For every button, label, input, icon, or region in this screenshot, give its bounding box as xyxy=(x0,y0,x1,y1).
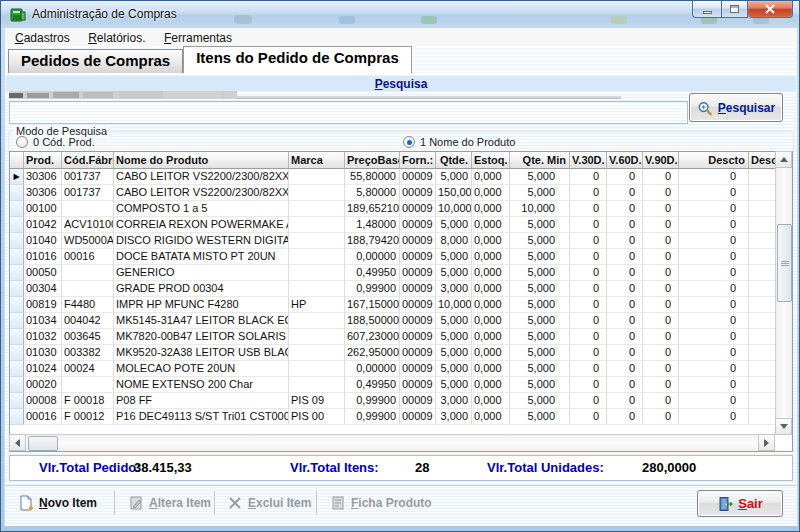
radio-unchecked-icon xyxy=(16,136,28,148)
column-header-estoq[interactable]: Estoq. xyxy=(472,152,510,169)
window-title: Administração de Compras xyxy=(32,7,177,21)
current-row-arrow-icon: ▶ xyxy=(10,169,24,185)
cell-v30: 0 xyxy=(570,377,607,393)
table-row[interactable]: 00304GRADE PROD 003040,99900000093,0000,… xyxy=(10,281,775,297)
table-row[interactable]: 01040WD5000AAKXDISCO RIGIDO WESTERN DIGI… xyxy=(10,233,775,249)
menu-item-relatorios[interactable]: Relatórios. xyxy=(81,29,152,45)
total-pedido-value: 38.415,33 xyxy=(134,460,192,475)
column-header-v90[interactable]: V.90D. xyxy=(643,152,679,169)
scroll-down-button[interactable] xyxy=(775,418,792,435)
cell-qtde: 3,000 xyxy=(436,393,472,409)
vertical-scrollbar[interactable] xyxy=(775,152,792,434)
scroll-left-button[interactable] xyxy=(9,434,26,451)
table-row[interactable]: 0102400024MOLECAO POTE 20UN0,00000000095… xyxy=(10,361,775,377)
vertical-scroll-thumb[interactable] xyxy=(777,224,792,302)
column-header-descfi[interactable]: Desc.Fi xyxy=(749,152,775,169)
cell-descto: 0 xyxy=(679,201,749,217)
altera-item-button[interactable]: Altera Item xyxy=(122,490,217,516)
table-row[interactable]: 01034004042MK5145-31A47 LEITOR BLACK ECL… xyxy=(10,313,775,329)
cell-prod: 00304 xyxy=(24,281,62,297)
cell-v60: 0 xyxy=(607,249,643,265)
scroll-up-button[interactable] xyxy=(775,151,792,168)
table-row[interactable]: 30306001737CABO LEITOR VS2200/2300/82XX5… xyxy=(10,185,775,201)
column-header-descto[interactable]: Descto xyxy=(679,152,749,169)
column-header-qtemin[interactable]: Qte. Min xyxy=(510,152,570,169)
column-header-fabrica[interactable]: Cód.Fábrica xyxy=(62,152,114,169)
column-header-preco[interactable]: PreçoBase xyxy=(345,152,400,169)
cell-estoq: 0,000 xyxy=(472,265,510,281)
cell-forn: 00009 xyxy=(400,345,436,361)
cell-preco: 262,95000 xyxy=(345,345,400,361)
cell-preco: 1,48000 xyxy=(345,217,400,233)
cell-descfi xyxy=(749,361,775,377)
search-button[interactable]: Pesquisar xyxy=(689,93,783,122)
close-button[interactable] xyxy=(748,1,793,18)
minimize-button[interactable] xyxy=(692,1,721,18)
tab-pedidos-de-compras[interactable]: Pedidos de Compras xyxy=(8,49,183,73)
column-header-nome[interactable]: Nome do Produto xyxy=(114,152,289,169)
cell-forn: 00009 xyxy=(400,329,436,345)
cell-marca xyxy=(289,217,345,233)
tab-itens-do-pedido-de-compras[interactable]: Itens do Pedido de Compras xyxy=(183,46,412,73)
cell-preco: 55,80000 xyxy=(345,169,400,185)
column-header-qtde[interactable]: Qtde. xyxy=(436,152,472,169)
horizontal-scroll-thumb[interactable] xyxy=(28,436,58,451)
cell-estoq: 0,000 xyxy=(472,185,510,201)
new-document-icon xyxy=(18,495,34,511)
table-row[interactable]: 00819F4480IMPR HP MFUNC F4280HP167,15000… xyxy=(10,297,775,313)
titlebar[interactable]: Administração de Compras xyxy=(1,1,799,28)
page-body: Pesquisa Pesquisar Modo de Pesquisa xyxy=(5,73,797,526)
radio-nome-produto[interactable]: 1 Nome do Produto xyxy=(403,136,515,148)
table-row[interactable]: 01032003645MK7820-00B47 LEITOR SOLARIS T… xyxy=(10,329,775,345)
table-row[interactable]: ▶30306001737CABO LEITOR VS2200/2300/82XX… xyxy=(10,169,775,185)
table-row[interactable]: 00100COMPOSTO 1 a 5189,652100000910,0000… xyxy=(10,201,775,217)
document-icon xyxy=(330,495,346,511)
total-itens-value: 28 xyxy=(415,460,429,475)
novo-item-button[interactable]: Novo Item xyxy=(12,490,103,516)
column-header-v30[interactable]: V.30D. xyxy=(570,152,607,169)
cell-nome: P16 DEC49113 S/ST Tri01 CST000 xyxy=(114,409,289,425)
table-row[interactable]: 00020NOME EXTENSO 200 Char0,49950000095,… xyxy=(10,377,775,393)
cell-descto: 0 xyxy=(679,233,749,249)
sair-button[interactable]: Sair xyxy=(697,490,783,517)
cell-qtemin: 5,000 xyxy=(510,329,570,345)
cell-marca xyxy=(289,377,345,393)
menu-item-ferramentas[interactable]: Ferramentas xyxy=(157,29,239,45)
cell-fabrica xyxy=(62,201,114,217)
table-row[interactable]: 00016F 00012P16 DEC49113 S/ST Tri01 CST0… xyxy=(10,409,775,425)
cell-qtde: 5,000 xyxy=(436,329,472,345)
horizontal-scrollbar[interactable] xyxy=(10,434,775,451)
cell-marca xyxy=(289,169,345,185)
table-row[interactable]: 01042ACV1010029CORREIA REXON POWERMAKE A… xyxy=(10,217,775,233)
radio-cod-prod[interactable]: 0 Cód. Prod. xyxy=(16,136,95,148)
cell-marca xyxy=(289,265,345,281)
exclui-item-button[interactable]: Exclui Item xyxy=(221,490,317,516)
column-header-forn[interactable]: Forn.: xyxy=(400,152,436,169)
search-input[interactable] xyxy=(9,101,688,124)
table-row[interactable]: 01030003382MK9520-32A38 LEITOR USB BLACK… xyxy=(10,345,775,361)
cell-estoq: 0,000 xyxy=(472,393,510,409)
column-header-marca[interactable]: Marca xyxy=(289,152,345,169)
cell-v30: 0 xyxy=(570,217,607,233)
cell-prod: 30306 xyxy=(24,185,62,201)
ficha-produto-button[interactable]: Ficha Produto xyxy=(324,490,438,516)
table-row[interactable]: 0101600016DOCE BATATA MISTO PT 20UN0,000… xyxy=(10,249,775,265)
cell-v60: 0 xyxy=(607,297,643,313)
maximize-button[interactable] xyxy=(721,1,748,18)
radio-nome-produto-label: 1 Nome do Produto xyxy=(420,136,515,148)
table-row[interactable]: 00050GENERICO0,49950000095,0000,0005,000… xyxy=(10,265,775,281)
row-indicator xyxy=(10,249,24,265)
cell-v90: 0 xyxy=(643,185,679,201)
cell-descto: 0 xyxy=(679,329,749,345)
table-row[interactable]: 00008F 00018P08 FFPIS 090,99900000093,00… xyxy=(10,393,775,409)
column-header-prod[interactable]: Prod. xyxy=(24,152,62,169)
cell-prod: 01034 xyxy=(24,313,62,329)
cell-preco: 189,65210 xyxy=(345,201,400,217)
cell-v90: 0 xyxy=(643,169,679,185)
menu-item-cadastros[interactable]: Cadastros xyxy=(8,29,77,45)
scroll-right-button[interactable] xyxy=(758,434,775,451)
cell-v30: 0 xyxy=(570,201,607,217)
cell-qtemin: 5,000 xyxy=(510,345,570,361)
cell-v60: 0 xyxy=(607,409,643,425)
column-header-v60[interactable]: V.60D. xyxy=(607,152,643,169)
